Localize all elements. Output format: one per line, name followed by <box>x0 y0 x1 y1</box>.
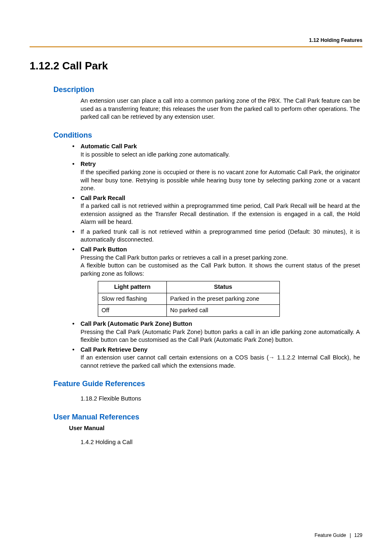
feature-guide-heading: Feature Guide References <box>30 379 362 389</box>
condition-text: If a parked call is not retrieved within… <box>81 203 360 225</box>
condition-title: Automatic Call Park <box>81 143 137 150</box>
user-manual-heading: User Manual References <box>30 412 362 422</box>
table-cell: Slow red flashing <box>98 293 167 305</box>
condition-title: Retry <box>81 161 96 167</box>
description-block: An extension user can place a call into … <box>30 97 362 121</box>
condition-text: Pressing the Call Park (Automatic Park Z… <box>81 329 360 343</box>
condition-text: If the specified parking zone is occupie… <box>81 169 360 191</box>
user-manual-sub: User Manual <box>30 424 362 433</box>
conditions-block: Automatic Call Park It is possible to se… <box>30 143 362 370</box>
condition-title: Call Park Button <box>81 246 127 253</box>
list-item: Call Park (Automatic Park Zone) Button P… <box>69 320 360 344</box>
footer-label: Feature Guide <box>315 532 346 538</box>
condition-title: Call Park (Automatic Park Zone) Button <box>81 320 192 327</box>
page: 1.12 Holding Features 1.12.2 Call Park D… <box>0 0 392 555</box>
table-cell: Off <box>98 305 167 317</box>
user-manual-ref: 1.4.2 Holding a Call <box>30 438 362 447</box>
conditions-list-2: Call Park (Automatic Park Zone) Button P… <box>69 320 360 370</box>
list-item: Call Park Recall If a parked call is not… <box>69 194 360 226</box>
list-item: Automatic Call Park It is possible to se… <box>69 143 360 159</box>
table-cell: No parked call <box>167 305 280 317</box>
table-row: Off No parked call <box>98 305 280 317</box>
condition-title: Call Park Recall <box>81 195 125 201</box>
running-header: 1.12 Holding Features <box>30 37 362 44</box>
table-header: Light pattern <box>98 281 167 293</box>
list-item: Call Park Button Pressing the Call Park … <box>69 246 360 278</box>
conditions-heading: Conditions <box>30 130 362 140</box>
list-item: Call Park Retrieve Deny If an extension … <box>69 346 360 370</box>
feature-guide-ref: 1.18.2 Flexible Buttons <box>30 395 362 403</box>
condition-text: It is possible to select an idle parking… <box>81 151 230 158</box>
list-item: Retry If the specified parking zone is o… <box>69 160 360 192</box>
condition-xref: 1.1.2.2 Internal Call Block <box>274 354 347 361</box>
table-header-row: Light pattern Status <box>98 281 280 293</box>
section-title: 1.12.2 Call Park <box>30 59 362 73</box>
table-row: Slow red flashing Parked in the preset p… <box>98 293 280 305</box>
arrow-icon: → <box>269 354 275 361</box>
table-cell: Parked in the preset parking zone <box>167 293 280 305</box>
condition-text: Pressing the Call Park button parks or r… <box>81 254 360 277</box>
table-header: Status <box>167 281 280 293</box>
description-text: An extension user can place a call into … <box>81 97 360 121</box>
description-heading: Description <box>30 85 362 94</box>
status-table: Light pattern Status Slow red flashing P… <box>98 281 280 317</box>
page-footer: Feature Guide 129 <box>315 532 362 539</box>
condition-text-before: If an extension user cannot call certain… <box>81 354 269 361</box>
footer-divider <box>350 533 350 538</box>
footer-page: 129 <box>354 532 362 538</box>
conditions-list: Automatic Call Park It is possible to se… <box>69 143 360 278</box>
list-item: If a parked trunk call is not retrieved … <box>69 228 360 244</box>
condition-text: If a parked trunk call is not retrieved … <box>81 228 360 243</box>
header-rule <box>30 46 362 47</box>
condition-title: Call Park Retrieve Deny <box>81 346 148 353</box>
